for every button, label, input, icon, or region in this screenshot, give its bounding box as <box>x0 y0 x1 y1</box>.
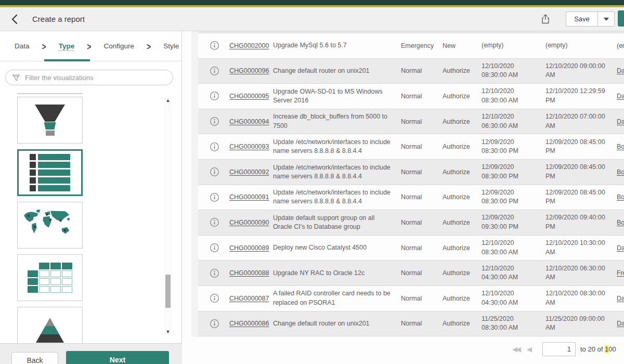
record-number-link[interactable]: CHG0000088 <box>229 269 273 277</box>
table-row[interactable]: CHG0000096 Change default router on unix… <box>198 59 624 84</box>
record-state: Authorize <box>443 244 482 252</box>
info-icon[interactable] <box>210 192 219 202</box>
info-cell <box>210 41 229 50</box>
share-icon-button[interactable] <box>541 14 550 24</box>
record-state: Authorize <box>443 193 482 201</box>
record-description: Increase db_block_buffers from 5000 to 7… <box>273 112 401 131</box>
info-icon[interactable] <box>210 116 219 126</box>
wizard-next-button[interactable]: Next <box>66 351 169 364</box>
info-icon[interactable] <box>210 142 219 152</box>
table-row[interactable]: CHG0000095 Upgrade OWA-SD-01 to MS Windo… <box>198 84 624 109</box>
info-cell <box>210 91 229 101</box>
record-number-link[interactable]: CHG0000094 <box>229 118 273 125</box>
run-button-partial[interactable] <box>618 10 624 27</box>
viz-thumbnail-world-map[interactable] <box>17 202 83 249</box>
record-end-date: (empty) <box>545 41 617 50</box>
record-end-date: 12/10/2020 08:30:00 AM <box>545 289 617 307</box>
scroll-down-icon[interactable]: ▼ <box>164 329 172 334</box>
chevron-right-icon: > <box>147 41 151 52</box>
record-state: Authorize <box>443 168 482 176</box>
step-type[interactable]: Type <box>59 42 75 50</box>
record-assigned-link[interactable]: Bow <box>617 219 624 226</box>
visualization-filter-input[interactable] <box>25 74 173 82</box>
table-row[interactable]: CHG0000088 Upgrade NY RAC to Oracle 12c … <box>198 261 624 286</box>
info-icon[interactable] <box>210 319 219 329</box>
table-row[interactable]: CHG0002000 Upgrade MySql 5.6 to 5.7 Emer… <box>198 33 624 59</box>
info-icon[interactable] <box>210 41 219 50</box>
info-icon[interactable] <box>210 217 219 227</box>
record-description: Update default support group on all Orac… <box>273 214 401 232</box>
table-row[interactable]: CHG0000094 Increase db_block_buffers fro… <box>198 109 624 135</box>
record-assigned-link[interactable]: Bow <box>617 168 624 176</box>
info-cell <box>210 142 229 152</box>
info-icon[interactable] <box>210 268 219 278</box>
record-end-date: 11/25/2020 09:00:00 AM <box>545 315 617 333</box>
record-assigned-link[interactable]: Dav <box>617 295 624 302</box>
step-data[interactable]: Data <box>15 42 30 50</box>
scrollbar-thumb[interactable] <box>165 275 171 308</box>
save-button[interactable]: Save <box>566 11 597 27</box>
record-number-link[interactable]: CHG0000091 <box>229 193 273 201</box>
viz-thumbnail-list[interactable] <box>17 149 83 196</box>
table-row[interactable]: CHG0000090 Update default support group … <box>198 210 624 236</box>
record-end-date: 12/09/2020 08:45:00 PM <box>545 188 617 206</box>
record-assigned-link[interactable]: Dav <box>617 244 624 252</box>
table-row[interactable]: CHG0000087 A failed RAID controller card… <box>198 286 624 311</box>
record-description: Upgrade NY RAC to Oracle 12c <box>273 269 401 278</box>
info-cell <box>210 217 229 227</box>
first-page-icon[interactable]: ◀◀ <box>512 345 519 353</box>
back-arrow-button[interactable] <box>10 13 22 25</box>
record-priority: Emergency <box>401 42 443 49</box>
record-assigned-link[interactable]: Dav <box>617 118 624 125</box>
record-state: Authorize <box>443 219 482 226</box>
info-cell <box>210 192 229 202</box>
record-number-link[interactable]: CHG0000092 <box>229 168 273 176</box>
record-description: Update /etc/network/interfaces to includ… <box>273 138 401 156</box>
record-assigned-link[interactable]: Bow <box>617 143 624 150</box>
info-icon[interactable] <box>210 66 219 76</box>
scroll-up-icon[interactable]: ▲ <box>164 98 172 103</box>
record-end-date: 12/09/2020 08:45:00 PM <box>545 163 617 181</box>
chevron-right-icon: > <box>87 41 91 52</box>
save-dropdown-button[interactable] <box>597 11 615 27</box>
info-icon[interactable] <box>210 167 219 177</box>
record-start-date: 12/10/2020 08:30:00 AM <box>482 239 545 257</box>
record-state: Authorize <box>443 93 482 100</box>
step-configure[interactable]: Configure <box>103 42 134 50</box>
viz-thumbnail-pyramid[interactable] <box>17 307 83 343</box>
previous-page-icon[interactable]: ◀ <box>527 345 532 353</box>
record-number-link[interactable]: CHG0000089 <box>229 244 273 252</box>
table-row[interactable]: CHG0000089 Deploy new Cisco Catalyst 450… <box>198 236 624 261</box>
record-assigned-link[interactable]: Bow <box>617 193 624 201</box>
table-row[interactable]: CHG0000092 Update /etc/network/interface… <box>198 160 624 185</box>
record-number-link[interactable]: CHG0000093 <box>229 143 273 150</box>
info-icon[interactable] <box>210 293 219 303</box>
record-number-link[interactable]: CHG0000086 <box>229 320 273 327</box>
record-number-link[interactable]: CHG0002000 <box>229 42 273 49</box>
page-number-input[interactable] <box>542 342 576 356</box>
record-assigned-link[interactable]: (empty) <box>617 42 624 49</box>
record-number-link[interactable]: CHG0000096 <box>229 67 273 74</box>
wizard-back-button[interactable]: Back <box>11 352 58 364</box>
record-assigned-link[interactable]: Fre <box>617 269 624 277</box>
record-end-date: 12/10/2020 06:30:00 AM <box>545 264 617 282</box>
table-row[interactable]: CHG0000086 Change default router on unix… <box>198 311 624 337</box>
info-icon[interactable] <box>210 243 219 253</box>
record-assigned-link[interactable]: Dav <box>617 320 624 327</box>
record-number-link[interactable]: CHG0000095 <box>229 93 273 100</box>
table-row[interactable]: CHG0000093 Update /etc/network/interface… <box>198 134 624 160</box>
chevron-left-icon <box>10 14 19 25</box>
viz-thumbnail-funnel[interactable] <box>17 97 83 144</box>
record-assigned-link[interactable]: Dav <box>617 67 624 74</box>
viz-scrollbar[interactable]: ▲ ▼ <box>164 97 172 335</box>
record-assigned-link[interactable]: Dav <box>617 93 624 100</box>
record-number-link[interactable]: CHG0000087 <box>229 295 273 302</box>
info-icon[interactable] <box>210 91 219 101</box>
record-end-date: 12/09/2020 09:40:00 PM <box>545 213 617 231</box>
step-style[interactable]: Style <box>163 42 179 50</box>
preview-scrollbar-track[interactable] <box>191 31 198 337</box>
filter-input-wrap <box>5 70 173 85</box>
table-row[interactable]: CHG0000091 Update /etc/network/interface… <box>198 185 624 211</box>
record-number-link[interactable]: CHG0000090 <box>229 219 273 226</box>
viz-thumbnail-heatmap[interactable] <box>17 254 83 301</box>
